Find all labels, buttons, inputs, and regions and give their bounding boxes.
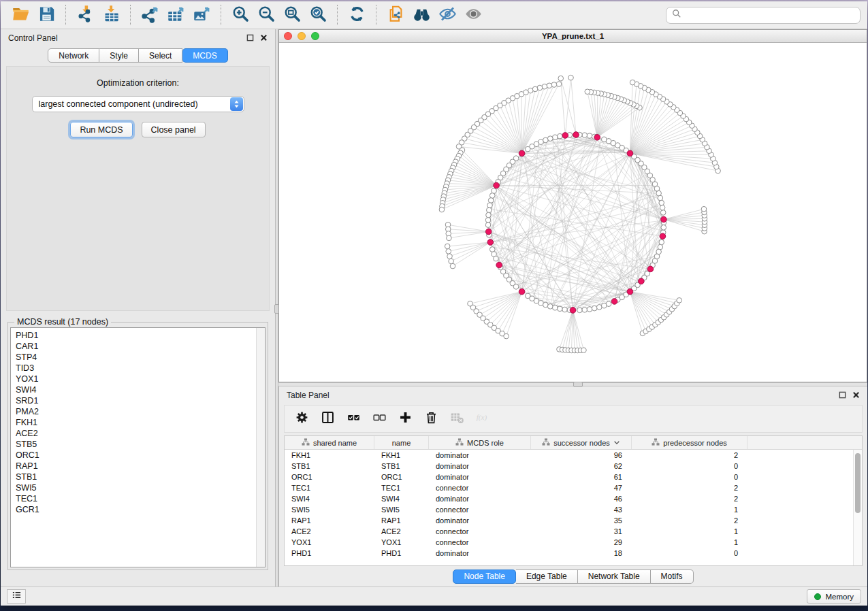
table-cell[interactable]: ORC1 [285,473,374,481]
graph-node[interactable] [596,305,602,310]
maximize-window-icon[interactable] [311,32,319,40]
toggle-columns-button[interactable] [317,409,338,429]
graph-node[interactable] [658,195,663,201]
graph-hub-node[interactable] [485,229,492,235]
task-history-button[interactable] [7,589,26,604]
graph-hub-node[interactable] [611,299,617,305]
table-cell[interactable]: 18 [531,549,632,557]
result-node[interactable]: STB5 [16,439,265,450]
graph-node[interactable] [582,308,588,313]
graph-node[interactable] [660,205,665,210]
graph-hub-node[interactable] [519,150,525,156]
network-canvas[interactable] [279,43,867,382]
hide-selected-button[interactable] [434,3,460,27]
graph-node[interactable] [439,207,445,212]
graph-hub-node[interactable] [562,133,568,139]
table-cell[interactable]: dominator [429,451,531,459]
close-panel-button[interactable]: Close panel [142,122,206,137]
import-table-button[interactable] [98,3,124,27]
graph-hub-node[interactable] [647,266,654,272]
horizontal-splitter[interactable] [278,382,867,386]
table-cell[interactable]: 46 [531,495,632,503]
graph-node[interactable] [487,203,493,208]
table-cell[interactable]: STB1 [285,462,374,470]
graph-node[interactable] [558,306,563,312]
table-cell[interactable]: RAP1 [285,516,374,525]
graph-node[interactable] [562,307,568,312]
table-row[interactable]: TEC1TEC1connector472 [285,482,862,493]
table-cell[interactable]: connector [429,538,531,546]
result-node[interactable]: PHD1 [16,330,265,341]
graph-hub-node[interactable] [594,135,600,141]
graph-node[interactable] [552,135,558,140]
graph-node[interactable] [485,218,491,223]
graph-node[interactable] [587,133,592,139]
table-cell[interactable]: 1 [632,506,748,514]
table-cell[interactable]: dominator [429,473,531,481]
table-cell[interactable]: 2 [632,451,748,459]
graph-node[interactable] [701,206,707,212]
table-cell[interactable]: YOX1 [374,538,429,546]
table-cell[interactable]: 35 [531,516,632,525]
table-cell[interactable]: 0 [632,462,748,470]
graph-node[interactable] [542,84,547,89]
table-row[interactable]: ORC1ORC1dominator610 [285,472,862,482]
graph-node[interactable] [660,210,666,216]
graph-node[interactable] [659,200,664,205]
save-button[interactable] [33,3,59,27]
run-mcds-button[interactable]: Run MCDS [70,122,132,137]
table-cell[interactable]: connector [429,506,531,514]
table-cell[interactable]: TEC1 [374,484,429,492]
graph-node[interactable] [556,82,562,87]
graph-node[interactable] [486,208,492,213]
result-node[interactable]: PMA2 [16,406,265,417]
export-table-button[interactable] [163,3,189,27]
table-cell[interactable]: 47 [531,484,632,492]
graph-node[interactable] [447,235,452,241]
tab-motifs[interactable]: Motifs [651,569,694,584]
graph-node[interactable] [504,333,509,339]
graph-node[interactable] [659,240,664,245]
table-cell[interactable]: 2 [632,495,748,503]
graph-node[interactable] [582,133,588,138]
graph-hub-node[interactable] [627,150,633,156]
graph-node[interactable] [551,82,557,88]
table-row[interactable]: SWI4SWI4dominator462 [285,493,862,504]
graph-hub-node[interactable] [639,278,645,284]
table-cell[interactable]: 0 [632,473,748,481]
table-cell[interactable]: 1 [632,527,748,535]
result-scrollbar[interactable] [256,328,265,567]
table-cell[interactable]: SWI4 [374,495,429,503]
mcds-result-list[interactable]: PHD1CAR1STP4TID3YOX1SWI4SRD1PMA2FKH1ACE2… [10,327,266,567]
deselect-all-rows-button[interactable] [369,409,389,429]
tab-mcds[interactable]: MCDS [182,48,227,63]
tab-edge-table[interactable]: Edge Table [516,569,578,584]
table-cell[interactable]: STB1 [374,462,429,470]
table-cell[interactable]: PHD1 [285,549,374,557]
table-row[interactable]: RAP1RAP1dominator352 [285,515,862,526]
table-scrollbar[interactable] [853,450,862,565]
graph-node[interactable] [488,198,494,203]
zoom-selected-button[interactable] [305,3,331,27]
table-cell[interactable]: TEC1 [285,484,374,492]
graph-hub-node[interactable] [496,262,502,268]
graph-node[interactable] [630,80,635,85]
table-cell[interactable]: 1 [632,538,748,546]
graph-node[interactable] [494,256,499,261]
close-window-icon[interactable] [284,32,292,40]
graph-node[interactable] [547,304,553,310]
table-cell[interactable]: 43 [531,506,632,514]
table-cell[interactable]: SWI4 [285,495,374,503]
graph-node[interactable] [658,244,663,250]
graph-node[interactable] [577,308,583,313]
result-node[interactable]: GCR1 [16,504,265,515]
table-cell[interactable]: ACE2 [374,527,429,535]
graph-hub-node[interactable] [627,288,633,295]
copy-network-button[interactable] [383,3,408,27]
optimization-dropdown[interactable]: largest connected component (undirected) [32,96,244,112]
export-image-button[interactable] [189,3,214,27]
zoom-fit-button[interactable] [279,3,305,27]
table-cell[interactable]: SWI5 [374,506,429,514]
import-network-button[interactable] [72,3,98,27]
graph-node[interactable] [513,284,519,290]
